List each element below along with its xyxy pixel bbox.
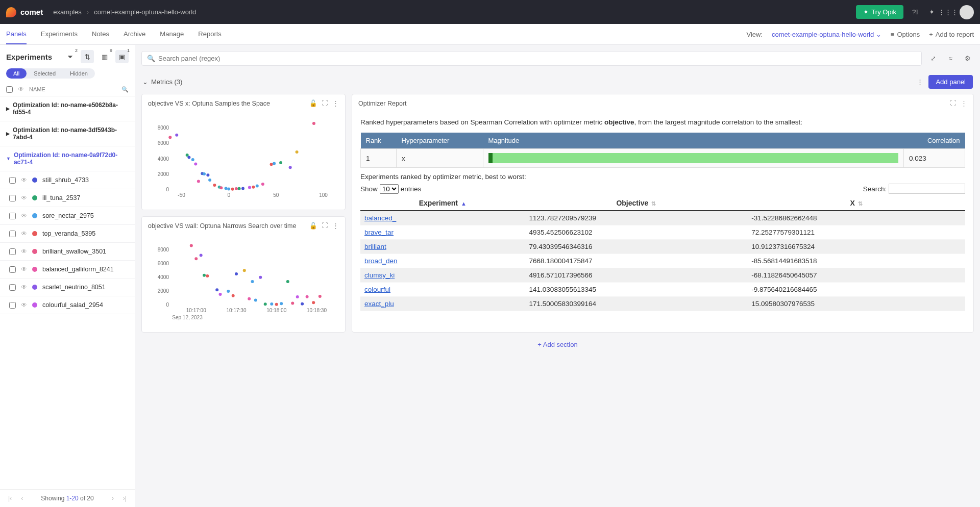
exp-item[interactable]: 👁ill_tuna_2537 bbox=[0, 189, 135, 207]
table-row: exact_plu171.5000583039916415.0958030797… bbox=[360, 297, 965, 311]
filter-button[interactable]: ⏷2 bbox=[63, 50, 77, 63]
svg-point-37 bbox=[296, 150, 299, 154]
lock-icon[interactable]: 🔓 bbox=[309, 99, 317, 107]
chevron-down-icon[interactable]: ⌄ bbox=[142, 78, 148, 86]
options-button[interactable]: ≡Options bbox=[891, 31, 920, 38]
pager-prev[interactable]: ‹ bbox=[19, 495, 25, 502]
select-all-checkbox[interactable] bbox=[6, 86, 13, 93]
expand-icon[interactable]: ⤢ bbox=[927, 53, 939, 65]
svg-text:4000: 4000 bbox=[158, 156, 169, 162]
more-icon[interactable]: ⋮ bbox=[917, 78, 923, 86]
tab-notes[interactable]: Notes bbox=[92, 24, 109, 44]
eye-icon[interactable]: 👁 bbox=[21, 284, 27, 291]
exp-item[interactable]: 👁scarlet_neutrino_8051 bbox=[0, 278, 135, 296]
sort-button[interactable]: ⇅ bbox=[81, 50, 94, 63]
pager-next[interactable]: › bbox=[110, 495, 116, 502]
columns-button[interactable]: ▥9 bbox=[98, 50, 111, 63]
sidebar-title: Experiments bbox=[6, 53, 52, 61]
announce-icon[interactable]: ✦ bbox=[927, 8, 936, 17]
exp-item[interactable]: 👁balanced_galliform_8241 bbox=[0, 261, 135, 278]
apps-icon[interactable]: ⋮⋮⋮ bbox=[943, 8, 952, 17]
settings-icon[interactable]: ⚙ bbox=[962, 53, 974, 65]
eye-icon[interactable]: 👁 bbox=[21, 176, 27, 184]
table-row: colourful141.03083055613345-9.8756402166… bbox=[360, 283, 965, 297]
help-icon[interactable]: ?⃝ bbox=[911, 8, 920, 17]
eye-icon[interactable]: 👁 bbox=[18, 86, 24, 93]
chart1-plot[interactable]: 02000400060008000-50050100 bbox=[148, 115, 339, 202]
expand-icon[interactable]: ⛶ bbox=[322, 222, 328, 230]
svg-point-9 bbox=[168, 136, 172, 139]
exp-group[interactable]: ▶Optimization Id: no-name-3df5943b-7abd-… bbox=[0, 121, 135, 146]
add-report-button[interactable]: +Add to report bbox=[929, 31, 974, 38]
exp-group[interactable]: ▶Optimization Id: no-name-e5062b8a-fd55-… bbox=[0, 96, 135, 121]
eye-icon[interactable]: 👁 bbox=[21, 212, 27, 219]
pill-selected[interactable]: Selected bbox=[27, 68, 63, 79]
tab-panels[interactable]: Panels bbox=[6, 24, 27, 44]
experiment-link[interactable]: exact_plu bbox=[364, 300, 394, 308]
svg-point-19 bbox=[208, 179, 211, 182]
experiment-link[interactable]: colourful bbox=[364, 286, 390, 293]
eye-icon[interactable]: 👁 bbox=[21, 248, 27, 255]
view-dropdown[interactable]: comet-example-optuna-hello-world ⌄ bbox=[772, 31, 881, 38]
pill-all[interactable]: All bbox=[6, 68, 27, 79]
entries-select[interactable]: 10 bbox=[380, 184, 399, 194]
tab-archive[interactable]: Archive bbox=[124, 24, 145, 44]
add-panel-button[interactable]: Add panel bbox=[928, 75, 973, 89]
pill-hidden[interactable]: Hidden bbox=[63, 68, 95, 79]
experiment-link[interactable]: balanced_ bbox=[364, 214, 396, 222]
list-icon: ≡ bbox=[891, 31, 895, 38]
tab-manage[interactable]: Manage bbox=[160, 24, 184, 44]
table-row: brave_tar4935.45250662310272.25277579301… bbox=[360, 225, 965, 240]
col-experiment[interactable]: Experiment▲ bbox=[360, 196, 525, 211]
brand-logo[interactable]: comet bbox=[6, 7, 43, 17]
plus-icon: + bbox=[929, 31, 933, 38]
exp-item[interactable]: 👁brilliant_swallow_3501 bbox=[0, 243, 135, 261]
tab-reports[interactable]: Reports bbox=[198, 24, 222, 44]
pager-last[interactable]: ›| bbox=[121, 495, 129, 502]
wave-icon[interactable]: ≈ bbox=[944, 53, 957, 65]
chart-panel-2: objective VS wall: Optuna Narrows Search… bbox=[141, 216, 346, 333]
eye-icon[interactable]: 👁 bbox=[21, 230, 27, 237]
exp-item[interactable]: 👁top_veranda_5395 bbox=[0, 225, 135, 243]
try-opik-button[interactable]: ✦Try Opik bbox=[856, 5, 903, 19]
svg-point-17 bbox=[203, 172, 206, 175]
more-icon[interactable]: ⋮ bbox=[961, 99, 967, 107]
svg-point-69 bbox=[291, 302, 294, 305]
breadcrumb-project[interactable]: comet-example-optuna-hello-world bbox=[94, 8, 196, 16]
expand-icon[interactable]: ⛶ bbox=[950, 99, 957, 107]
experiment-link[interactable]: brilliant bbox=[364, 243, 386, 250]
eye-icon[interactable]: 👁 bbox=[21, 194, 27, 201]
svg-point-70 bbox=[296, 295, 299, 298]
exp-item[interactable]: 👁still_shrub_4733 bbox=[0, 171, 135, 189]
group-button[interactable]: ▣1 bbox=[115, 50, 129, 63]
eye-icon[interactable]: 👁 bbox=[21, 266, 27, 273]
search-panel-input[interactable]: 🔍 bbox=[141, 51, 922, 66]
exp-item[interactable]: 👁sore_nectar_2975 bbox=[0, 207, 135, 225]
report-search-input[interactable] bbox=[889, 184, 965, 194]
col-x[interactable]: X⇅ bbox=[747, 196, 965, 211]
avatar[interactable] bbox=[960, 5, 974, 19]
chart2-plot[interactable]: 0200040006000800010:17:0010:17:3010:18:0… bbox=[148, 238, 339, 324]
experiment-link[interactable]: broad_den bbox=[364, 257, 398, 265]
pager-first[interactable]: |‹ bbox=[6, 495, 14, 502]
rank-table: Rank Hyperparameter Magnitude Correlatio… bbox=[360, 133, 965, 168]
exp-item[interactable]: 👁colourful_salad_2954 bbox=[0, 296, 135, 314]
breadcrumb-workspace[interactable]: examples bbox=[53, 8, 82, 16]
svg-text:10:18:30: 10:18:30 bbox=[307, 308, 327, 313]
tab-experiments[interactable]: Experiments bbox=[41, 24, 78, 44]
add-section-button[interactable]: + Add section bbox=[141, 333, 974, 357]
experiment-link[interactable]: brave_tar bbox=[364, 229, 394, 236]
lock-icon[interactable]: 🔓 bbox=[309, 222, 317, 230]
eye-icon[interactable]: 👁 bbox=[21, 301, 27, 309]
svg-text:6000: 6000 bbox=[158, 140, 169, 146]
experiment-link[interactable]: clumsy_ki bbox=[364, 271, 395, 279]
svg-text:0: 0 bbox=[227, 192, 230, 198]
expand-icon[interactable]: ⛶ bbox=[322, 99, 328, 107]
more-icon[interactable]: ⋮ bbox=[332, 99, 339, 107]
col-objective[interactable]: Objective⇅ bbox=[525, 196, 748, 211]
search-icon[interactable]: 🔍 bbox=[121, 86, 129, 93]
svg-point-68 bbox=[286, 280, 289, 283]
more-icon[interactable]: ⋮ bbox=[332, 222, 339, 230]
exp-group[interactable]: ▼Optimization Id: no-name-0a9f72d0-ac71-… bbox=[0, 146, 135, 171]
svg-point-49 bbox=[190, 244, 193, 247]
